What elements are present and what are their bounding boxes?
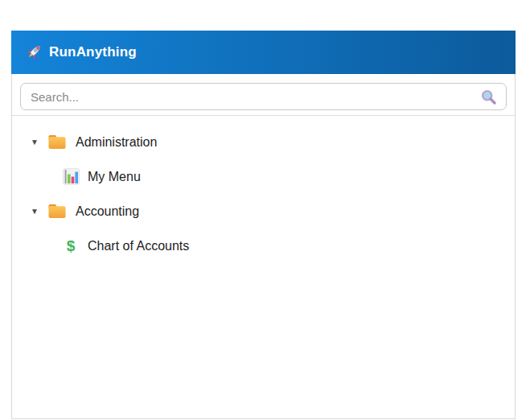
expand-arrow-icon[interactable]: ▼: [31, 138, 41, 146]
tree-row-accounting[interactable]: ▼ $ Accounting: [12, 194, 515, 229]
folder-icon: [48, 204, 66, 219]
expand-arrow-icon[interactable]: ▼: [31, 208, 41, 216]
panel-header: RunAnything: [11, 31, 516, 74]
app-title: RunAnything: [49, 44, 137, 60]
bar-chart-icon: [63, 168, 80, 185]
tree-item-label: Accounting: [76, 204, 139, 219]
tree-item-label: Administration: [76, 135, 157, 150]
folder-icon: [48, 134, 66, 150]
tree-item-label: Chart of Accounts: [88, 239, 189, 253]
tree-item-icon: $: [48, 203, 66, 220]
tree-item-label: My Menu: [88, 170, 141, 184]
search-input[interactable]: [20, 83, 507, 110]
menu-tree: ▼ $ Administration: [12, 116, 515, 263]
magnifier-icon[interactable]: [480, 89, 497, 105]
runanything-panel: RunAnything ▼: [11, 31, 516, 419]
dollar-icon: $: [67, 238, 76, 253]
tree-row-my-menu[interactable]: $ My Menu: [12, 159, 515, 194]
tree-item-icon: $: [62, 168, 80, 186]
tree-row-administration[interactable]: ▼ $ Administration: [12, 125, 515, 159]
tree-row-chart-of-accounts[interactable]: $ Chart of Accounts: [12, 229, 515, 263]
tree-item-icon: $: [62, 237, 80, 255]
search-section: [12, 74, 515, 116]
rocket-icon: [24, 43, 43, 62]
tree-item-icon: $: [48, 134, 66, 151]
